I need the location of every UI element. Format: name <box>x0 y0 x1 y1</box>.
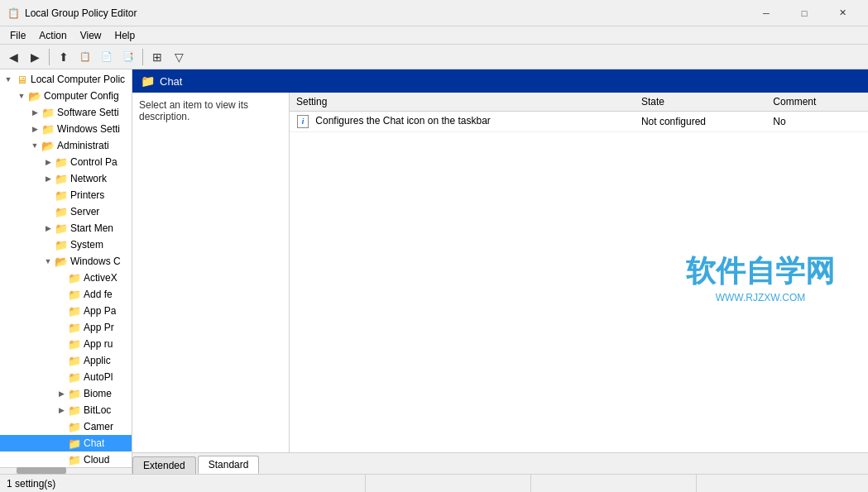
title-bar-controls: ─ □ ✕ <box>747 0 861 26</box>
maximize-button[interactable]: □ <box>785 0 823 26</box>
watermark: 软件自学网 WWW.RJZXW.COM <box>686 251 835 303</box>
close-button[interactable]: ✕ <box>823 0 861 26</box>
toolbar-separator-2 <box>142 49 143 65</box>
comment-cell: No <box>766 112 868 132</box>
col-state[interactable]: State <box>635 93 766 112</box>
label-bitloc: BitLoc <box>84 404 111 416</box>
label-windows-settings: Windows Setti <box>57 123 120 135</box>
view-button[interactable]: 📋 <box>75 47 95 67</box>
tree-item-root[interactable]: ▼ 🖥 Local Computer Polic <box>0 71 132 88</box>
col-setting[interactable]: Setting <box>290 93 635 112</box>
menu-help[interactable]: Help <box>108 28 142 43</box>
comment-value: No <box>773 116 785 127</box>
tree-item-windows-settings[interactable]: ▶ 📁 Windows Setti <box>0 121 132 137</box>
label-control: Control Pa <box>70 156 117 168</box>
folder-activex: 📁 <box>68 271 81 284</box>
filter-button[interactable]: ▽ <box>169 47 189 67</box>
tab-standard[interactable]: Standard <box>198 456 260 474</box>
status-sections <box>365 475 861 493</box>
up-button[interactable]: ⬆ <box>54 47 74 67</box>
tree-item-server[interactable]: 📁 Server <box>0 203 132 220</box>
minimize-button[interactable]: ─ <box>747 0 785 26</box>
expander-wincomp: ▼ <box>41 255 55 268</box>
tree-item-biome[interactable]: ▶ 📁 Biome <box>0 385 132 402</box>
folder-printers: 📁 <box>55 189 68 202</box>
folder-admin: 📂 <box>41 139 55 152</box>
tree-item-wincomp[interactable]: ▼ 📂 Windows C <box>0 253 132 270</box>
title-bar-icon: 📋 <box>7 7 20 20</box>
tree-panel: ▼ 🖥 Local Computer Polic ▼ 📂 Computer Co… <box>0 69 132 474</box>
folder-addfe: 📁 <box>68 288 81 301</box>
tree-item-startmenu[interactable]: ▶ 📁 Start Men <box>0 220 132 236</box>
watermark-url: WWW.RJZXW.COM <box>686 292 835 303</box>
menu-view[interactable]: View <box>74 28 108 43</box>
expander-computer: ▼ <box>15 89 28 103</box>
bottom-tabs: Extended Standard <box>132 452 868 474</box>
folder-cloud: 📁 <box>68 453 81 466</box>
tree-item-software[interactable]: ▶ 📁 Software Setti <box>0 104 132 121</box>
tree-item-activex[interactable]: 📁 ActiveX <box>0 270 132 286</box>
label-apppa: App Pa <box>84 305 116 317</box>
tree-item-addfe[interactable]: 📁 Add fe <box>0 286 132 303</box>
tab-extended[interactable]: Extended <box>132 456 196 474</box>
tree-item-system[interactable]: 📁 System <box>0 236 132 253</box>
tree-scrollbar[interactable] <box>0 467 132 474</box>
folder-apppr: 📁 <box>68 321 81 334</box>
tree-item-control[interactable]: ▶ 📁 Control Pa <box>0 154 132 170</box>
folder-server: 📁 <box>55 205 68 218</box>
tree-item-apppr[interactable]: 📁 App Pr <box>0 319 132 336</box>
setting-label: Configures the Chat icon on the taskbar <box>315 115 490 127</box>
tree-item-computer[interactable]: ▼ 📂 Computer Config <box>0 88 132 104</box>
tree-item-camer[interactable]: 📁 Camer <box>0 418 132 435</box>
label-software: Software Setti <box>57 107 119 118</box>
state-cell: Not configured <box>635 112 766 132</box>
label-camer: Camer <box>84 421 113 432</box>
folder-camer: 📁 <box>68 420 81 433</box>
tree-item-admin[interactable]: ▼ 📂 Administrati <box>0 137 132 154</box>
extend-button[interactable]: 📑 <box>118 47 138 67</box>
menu-action[interactable]: Action <box>32 28 73 43</box>
col-comment[interactable]: Comment <box>766 93 868 112</box>
table-row[interactable]: Configures the Chat icon on the taskbar … <box>290 112 868 132</box>
label-chat: Chat <box>84 437 104 449</box>
label-wincomp: Windows C <box>70 256 121 267</box>
label-biome: Biome <box>84 388 112 399</box>
grid-button[interactable]: ⊞ <box>147 47 167 67</box>
watermark-cn: 软件自学网 <box>686 251 835 292</box>
tree-item-bitloc[interactable]: ▶ 📁 BitLoc <box>0 402 132 418</box>
forward-button[interactable]: ▶ <box>25 47 45 67</box>
folder-windows-settings: 📁 <box>41 122 55 136</box>
title-bar: 📋 Local Group Policy Editor ─ □ ✕ <box>0 0 868 26</box>
folder-appru: 📁 <box>68 337 81 351</box>
tree-item-chat[interactable]: 📁 Chat <box>0 435 132 451</box>
status-section-1 <box>365 475 530 493</box>
tree-scrollbar-thumb <box>17 467 66 474</box>
title-bar-text: Local Group Policy Editor <box>25 7 747 19</box>
tree-item-appru[interactable]: 📁 App ru <box>0 336 132 352</box>
toolbar: ◀ ▶ ⬆ 📋 📄 📑 ⊞ ▽ <box>0 45 868 69</box>
tree-item-applic[interactable]: 📁 Applic <box>0 352 132 369</box>
right-header-icon: 📁 <box>141 74 155 88</box>
description-pane: Select an item to view its description. <box>132 93 290 452</box>
tree-item-apppa[interactable]: 📁 App Pa <box>0 303 132 319</box>
tree-item-cloud[interactable]: 📁 Cloud <box>0 451 132 467</box>
settings-pane: Setting State Comment Configures the Cha… <box>290 93 868 452</box>
label-computer: Computer Config <box>44 90 119 102</box>
label-addfe: Add fe <box>84 289 113 300</box>
label-printers: Printers <box>70 189 104 201</box>
tree-content: ▼ 🖥 Local Computer Polic ▼ 📂 Computer Co… <box>0 69 132 467</box>
right-panel: 📁 Chat Select an item to view its descri… <box>132 69 868 474</box>
tree-item-network[interactable]: ▶ 📁 Network <box>0 170 132 187</box>
status-section-2 <box>530 475 696 493</box>
status-bar: 1 setting(s) <box>0 474 868 492</box>
label-autopl: AutoPl <box>84 371 113 383</box>
label-applic: Applic <box>84 355 111 366</box>
tree-item-autopl[interactable]: 📁 AutoPl <box>0 369 132 385</box>
folder-computer: 📂 <box>28 89 41 103</box>
tree-item-printers[interactable]: 📁 Printers <box>0 187 132 203</box>
menu-file[interactable]: File <box>3 28 32 43</box>
properties-button[interactable]: 📄 <box>97 47 117 67</box>
status-text: 1 setting(s) <box>7 478 365 490</box>
back-button[interactable]: ◀ <box>3 47 23 67</box>
label-server: Server <box>70 206 99 217</box>
